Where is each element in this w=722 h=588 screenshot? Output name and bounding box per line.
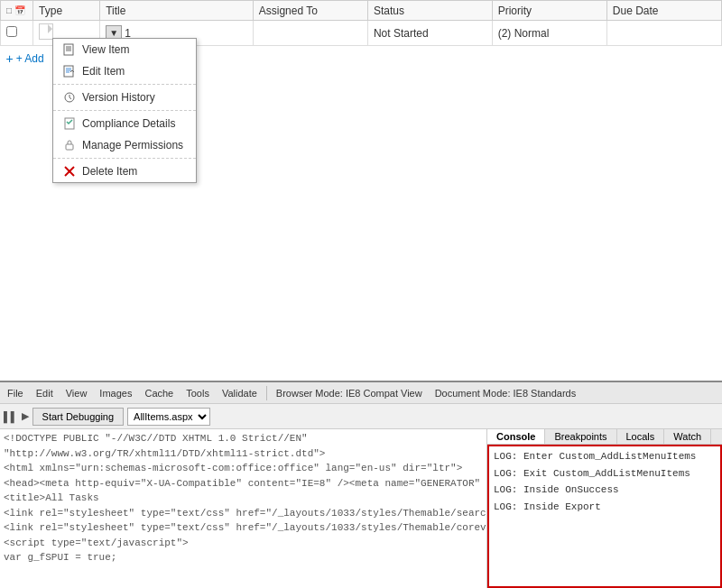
menu-version-label: Version History — [82, 91, 155, 104]
menu-compliance-details[interactable]: Compliance Details — [53, 113, 196, 134]
col-header-status[interactable]: Status — [367, 1, 492, 21]
menu-divider-2 — [53, 110, 196, 111]
col-header-priority[interactable]: Priority — [492, 1, 606, 21]
console-line-1: LOG: Exit Custom_AddListMenuItems — [491, 465, 718, 482]
console-panel[interactable]: LOG: Enter Custom_AddListMenuItems LOG: … — [487, 445, 722, 588]
row-checkbox-cell[interactable] — [1, 21, 33, 46]
col-header-type[interactable]: Type — [33, 1, 100, 21]
right-panel: Console Breakpoints Locals Watch LOG: En… — [487, 429, 722, 588]
code-line: <!DOCTYPE PUBLIC "-//W3C//DTD XHTML 1.0 … — [4, 431, 483, 446]
menu-compliance-label: Compliance Details — [82, 117, 175, 130]
toolbar-view[interactable]: View — [62, 387, 91, 400]
col-icon-header: □ — [6, 5, 12, 15]
compliance-icon — [62, 116, 77, 131]
browser-mode-label: Browser Mode: IE8 Compat View — [273, 387, 426, 400]
toolbar-separator — [266, 386, 267, 400]
history-icon — [62, 90, 77, 105]
right-panel-tabs: Console Breakpoints Locals Watch — [487, 429, 722, 445]
console-line-2: LOG: Inside OnSuccess — [491, 482, 718, 499]
devtools-body: <!DOCTYPE PUBLIC "-//W3C//DTD XHTML 1.0 … — [0, 429, 722, 588]
devtools-sub-toolbar: ▌▌ ▶ Start Debugging AllItems.aspx — [0, 404, 722, 429]
row-priority-value: (2) Normal — [498, 27, 550, 40]
menu-delete-item[interactable]: Delete Item — [53, 161, 196, 182]
toolbar-validate[interactable]: Validate — [218, 387, 261, 400]
code-panel[interactable]: <!DOCTYPE PUBLIC "-//W3C//DTD XHTML 1.0 … — [0, 429, 487, 588]
toolbar-file[interactable]: File — [4, 387, 27, 400]
code-line: <link rel="stylesheet" type="text/css" h… — [4, 520, 483, 536]
menu-manage-permissions[interactable]: Manage Permissions — [53, 134, 196, 156]
code-line: var g_fSPUI = true; — [4, 550, 483, 565]
code-line: <link rel="stylesheet" type="text/css" h… — [4, 506, 483, 521]
menu-divider-1 — [53, 84, 196, 85]
col-header-duedate[interactable]: Due Date — [606, 1, 721, 21]
view-icon — [62, 42, 77, 57]
row-status-value: Not Started — [374, 27, 429, 40]
toolbar-images[interactable]: Images — [96, 387, 135, 400]
col-header-check: □ 📅 — [1, 1, 33, 21]
console-line-0: LOG: Enter Custom_AddListMenuItems — [491, 448, 718, 465]
menu-divider-3 — [53, 158, 196, 159]
row-status-cell: Not Started — [367, 21, 492, 46]
col-header-title[interactable]: Title — [100, 1, 254, 21]
tab-breakpoints[interactable]: Breakpoints — [545, 429, 616, 444]
tab-watch[interactable]: Watch — [664, 429, 711, 444]
code-line: <html xmlns="urn:schemas-microsoft-com:o… — [4, 461, 483, 476]
document-mode-label: Document Mode: IE8 Standards — [431, 387, 580, 400]
menu-edit-label: Edit Item — [82, 65, 125, 78]
devtools-panel: File Edit View Images Cache Tools Valida… — [0, 381, 722, 588]
row-priority-cell: (2) Normal — [492, 21, 606, 46]
start-debugging-button[interactable]: Start Debugging — [32, 408, 125, 426]
menu-view-label: View Item — [82, 43, 129, 56]
menu-view-item[interactable]: View Item — [53, 39, 196, 60]
svg-rect-10 — [66, 144, 73, 150]
row-assigned-cell — [253, 21, 367, 46]
toolbar-tools[interactable]: Tools — [182, 387, 213, 400]
row-duedate-cell — [606, 21, 721, 46]
code-line: <head><meta http-equiv="X-UA-Compatible"… — [4, 476, 483, 492]
menu-permissions-label: Manage Permissions — [82, 139, 183, 152]
console-line-3: LOG: Inside Export — [491, 499, 718, 516]
context-menu: View Item Edit Item Version History — [52, 38, 197, 183]
toolbar-cache[interactable]: Cache — [141, 387, 177, 400]
toolbar-edit[interactable]: Edit — [32, 387, 57, 400]
code-line: "http://www.w3.org/TR/xhtml11/DTD/xhtml1… — [4, 446, 483, 462]
toolbar-sub-item2[interactable]: ▶ — [22, 410, 29, 422]
toolbar-sub-item[interactable]: ▌▌ — [4, 411, 18, 422]
doc-icon — [39, 23, 53, 40]
add-label[interactable]: + Add — [16, 52, 44, 65]
tab-console[interactable]: Console — [487, 429, 545, 444]
menu-edit-item[interactable]: Edit Item — [53, 60, 196, 82]
permissions-icon — [62, 138, 77, 152]
menu-delete-label: Delete Item — [82, 165, 137, 178]
svg-rect-0 — [64, 44, 73, 55]
add-icon: + — [6, 51, 14, 66]
file-select-dropdown[interactable]: AllItems.aspx — [127, 408, 210, 426]
menu-version-history[interactable]: Version History — [53, 87, 196, 108]
row-checkbox[interactable] — [6, 26, 17, 37]
tab-locals[interactable]: Locals — [617, 429, 665, 444]
devtools-toolbar: File Edit View Images Cache Tools Valida… — [0, 382, 722, 404]
list-view-area: □ 📅 Type Title Assigned To Status Priori… — [0, 0, 722, 381]
col-icon2-header: 📅 — [14, 5, 25, 15]
col-header-assigned[interactable]: Assigned To — [253, 1, 367, 21]
edit-icon — [62, 64, 77, 78]
code-line: <title>All Tasks — [4, 491, 483, 506]
delete-icon — [62, 164, 77, 179]
code-line: <script type="text/javascript"> — [4, 536, 483, 551]
